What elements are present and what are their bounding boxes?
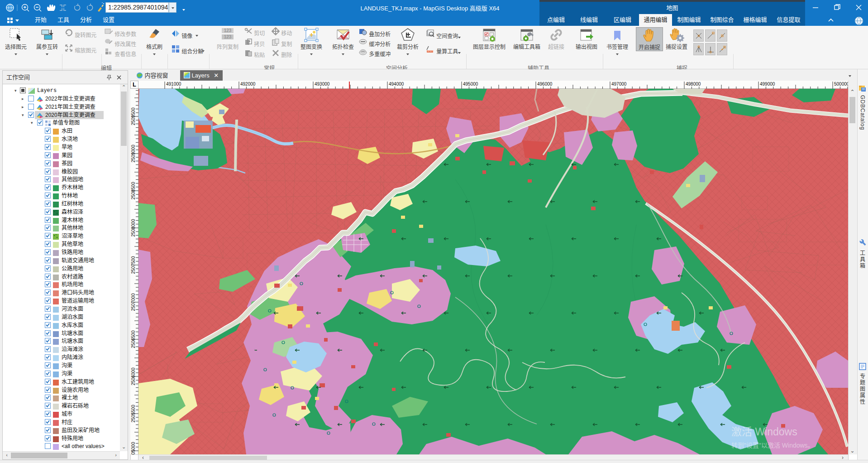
svg-text:2507000: 2507000	[131, 293, 136, 311]
svg-text:498000: 498000	[686, 82, 701, 87]
svg-text:495000: 495000	[463, 82, 478, 87]
svg-text:2506500: 2506500	[131, 330, 136, 348]
svg-text:123: 123	[224, 28, 232, 33]
svg-text:2505000: 2505000	[131, 442, 136, 454]
svg-text:499000: 499000	[760, 82, 775, 87]
svg-text:493000: 493000	[315, 82, 330, 87]
svg-text:2506000: 2506000	[131, 367, 136, 385]
svg-text:491000: 491000	[166, 82, 181, 87]
svg-text:2508500: 2508500	[131, 182, 136, 199]
svg-text:2508000: 2508000	[131, 219, 136, 236]
svg-text:497000: 497000	[611, 82, 627, 87]
svg-text:500000: 500000	[834, 82, 848, 87]
svg-text:123: 123	[224, 34, 232, 39]
svg-text:494000: 494000	[389, 82, 404, 87]
svg-text:2509000: 2509000	[131, 145, 136, 162]
svg-text:2509500: 2509500	[131, 107, 136, 125]
svg-text:2505500: 2505500	[131, 405, 136, 422]
svg-text:492000: 492000	[240, 82, 256, 87]
svg-text:激活 Windows: 激活 Windows	[731, 426, 797, 438]
svg-text:2507500: 2507500	[131, 256, 136, 274]
svg-text:496000: 496000	[537, 82, 553, 87]
svg-text:转到"设置"以激活 Windows。: 转到"设置"以激活 Windows。	[731, 442, 814, 449]
